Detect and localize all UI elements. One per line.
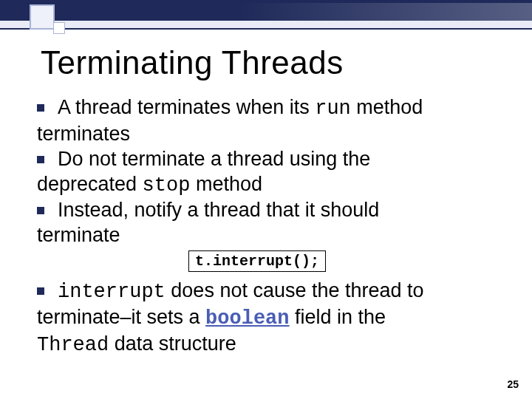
bullet-item-2: Do not terminate a thread using the	[37, 148, 502, 171]
top-border-decoration	[0, 0, 532, 35]
bullet-2-continuation: deprecated stop method	[37, 173, 502, 198]
text: does not cause the thread to	[166, 279, 424, 301]
slide-title: Terminating Threads	[41, 44, 344, 81]
text: field in the	[290, 306, 386, 328]
bullet-item-1: A thread terminates when its run method	[37, 96, 502, 121]
bullet-text: interrupt does not cause the thread to	[58, 279, 502, 304]
bullet-item-3: Instead, notify a thread that it should	[37, 199, 502, 222]
text: method	[190, 173, 262, 195]
lower-line-3: Thread data structure	[37, 332, 502, 358]
code-thread: Thread	[37, 334, 109, 356]
page-number: 25	[507, 378, 519, 390]
bullet-3-continuation: terminate	[37, 224, 502, 248]
bullet-text: A thread terminates when its run method	[58, 96, 502, 121]
code-stop: stop	[143, 174, 191, 197]
code-box-wrap: t.interrupt();	[37, 249, 502, 279]
text: terminate–it sets a	[37, 306, 205, 328]
text: data structure	[109, 332, 236, 355]
corner-square-big	[30, 4, 55, 30]
lower-line-2: terminate–it sets a boolean field in the	[37, 306, 502, 331]
bullet-item-4: interrupt does not cause the thread to	[37, 279, 502, 304]
bullet-icon	[37, 287, 44, 295]
bullet-icon	[37, 104, 44, 112]
content-area: A thread terminates when its run method …	[37, 96, 502, 279]
bullet-text: Do not terminate a thread using the	[58, 148, 502, 171]
bullet-text: Instead, notify a thread that it should	[58, 199, 502, 222]
lower-content: interrupt does not cause the thread to t…	[37, 279, 502, 359]
band-gradient	[0, 3, 532, 21]
text: deprecated	[37, 173, 143, 195]
text: A thread terminates when its	[58, 96, 315, 118]
code-box: t.interrupt();	[188, 250, 326, 272]
bullet-icon	[37, 156, 44, 163]
code-interrupt: interrupt	[58, 281, 166, 303]
code-boolean-link[interactable]: boolean	[205, 307, 289, 330]
slide: Terminating Threads A thread terminates …	[0, 0, 532, 399]
band-bottom	[0, 21, 532, 30]
code-run: run	[315, 98, 351, 120]
corner-square-small	[53, 22, 65, 34]
text: method	[351, 96, 423, 118]
bullet-1-continuation: terminates	[37, 123, 502, 146]
bullet-icon	[37, 207, 44, 214]
